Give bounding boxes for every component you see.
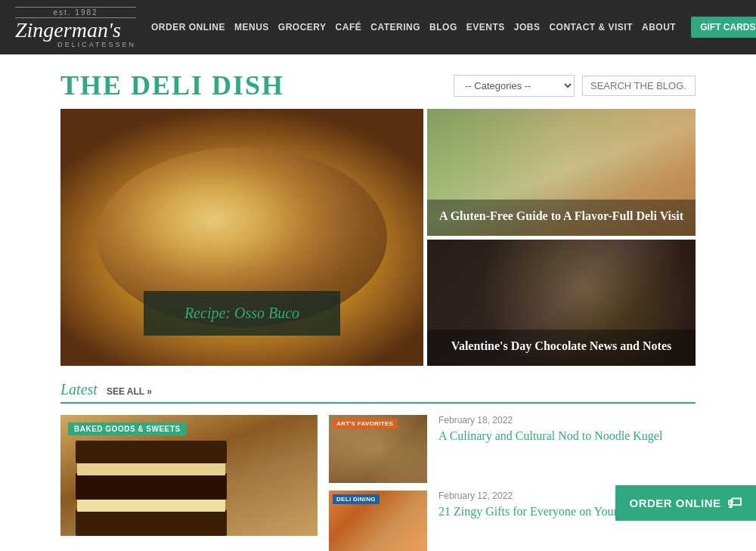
nav-catering[interactable]: CATERING [370, 22, 420, 33]
featured-main-label: Recipe: Osso Buco [144, 291, 340, 336]
latest-section: Latest SEE ALL » BAKED GOODS & SWEETS AR… [0, 381, 756, 551]
nav-contact[interactable]: CONTACT & VISIT [549, 22, 633, 33]
order-online-cta[interactable]: ORDER ONLINE 🏷 [615, 485, 756, 521]
blog-search-input[interactable] [582, 76, 696, 96]
order-online-icon: 🏷 [727, 494, 743, 512]
order-online-label: ORDER ONLINE [629, 497, 720, 509]
latest-header: Latest SEE ALL » [60, 381, 696, 404]
main-nav: ORDER ONLINE MENUS GROCERY CAFÉ CATERING… [151, 22, 676, 33]
nav-blog[interactable]: BLOG [429, 22, 457, 33]
article-thumb-zingy: DELI DINING [329, 491, 427, 551]
featured-side-cards: A Gluten-Free Guide to A Flavor-Full Del… [427, 109, 696, 366]
baked-goods-image: BAKED GOODS & SWEETS [60, 415, 318, 536]
arts-favorites-badge: ART'S FAVORITES [333, 419, 397, 429]
nav-grocery[interactable]: GROCERY [278, 22, 327, 33]
logo-area: est. 1982 Zingerman's DELICATESSEN [15, 7, 136, 48]
nav-order-online[interactable]: ORDER ONLINE [151, 22, 225, 33]
see-all-link[interactable]: SEE ALL » [107, 386, 152, 397]
side-card-valentines-label: Valentine's Day Chocolate News and Notes [427, 330, 696, 366]
side-card-gluten-free-label: A Gluten-Free Guide to A Flavor-Full Del… [427, 200, 696, 236]
brownie-visual [60, 430, 318, 536]
latest-left-image: BAKED GOODS & SWEETS [60, 415, 318, 551]
nav-events[interactable]: EVENTS [466, 22, 505, 33]
logo-est: est. 1982 [15, 7, 136, 18]
logo-sub: DELICATESSEN [15, 41, 136, 48]
article-title-zingy[interactable]: 21 Zingy Gifts for Everyone on Your List [438, 505, 640, 518]
blog-title: THE DELI DISH [60, 70, 284, 101]
side-card-gluten-free-title: A Gluten-Free Guide to A Flavor-Full Del… [439, 209, 683, 222]
article-thumb-kugel: ART'S FAVORITES [329, 415, 427, 483]
article-meta-kugel: February 18, 2022 A Culinary and Cultura… [438, 415, 696, 444]
featured-main-card[interactable]: Recipe: Osso Buco [60, 109, 423, 366]
nav-menus[interactable]: MENUS [234, 22, 269, 33]
gift-cards-button[interactable]: GIFT CARDS [691, 17, 756, 38]
article-item-kugel: ART'S FAVORITES February 18, 2022 A Culi… [329, 415, 696, 483]
article-date-kugel: February 18, 2022 [438, 415, 696, 426]
latest-grid: BAKED GOODS & SWEETS ART'S FAVORITES Feb… [60, 415, 696, 551]
latest-title: Latest [60, 381, 98, 398]
categories-select[interactable]: -- Categories -- [454, 75, 575, 97]
blog-controls: -- Categories -- [454, 75, 696, 97]
site-header: est. 1982 Zingerman's DELICATESSEN ORDER… [0, 0, 756, 54]
nav-jobs[interactable]: JOBS [514, 22, 541, 33]
side-card-valentines-title: Valentine's Day Chocolate News and Notes [451, 339, 671, 352]
article-title-kugel[interactable]: A Culinary and Cultural Nod to Noodle Ku… [438, 429, 662, 442]
nav-about[interactable]: ABOUT [642, 22, 676, 33]
latest-articles: ART'S FAVORITES February 18, 2022 A Culi… [329, 415, 696, 551]
blog-header: THE DELI DISH -- Categories -- [0, 54, 756, 109]
featured-main-title: Recipe: Osso Buco [184, 305, 299, 321]
side-card-gluten-free[interactable]: A Gluten-Free Guide to A Flavor-Full Del… [427, 109, 696, 236]
logo-text: Zingerman's [15, 20, 136, 41]
featured-grid: Recipe: Osso Buco A Gluten-Free Guide to… [0, 109, 756, 366]
side-card-valentines[interactable]: Valentine's Day Chocolate News and Notes [427, 240, 696, 367]
nav-cafe[interactable]: CAFÉ [336, 22, 362, 33]
deli-dining-badge: DELI DINING [333, 494, 380, 504]
